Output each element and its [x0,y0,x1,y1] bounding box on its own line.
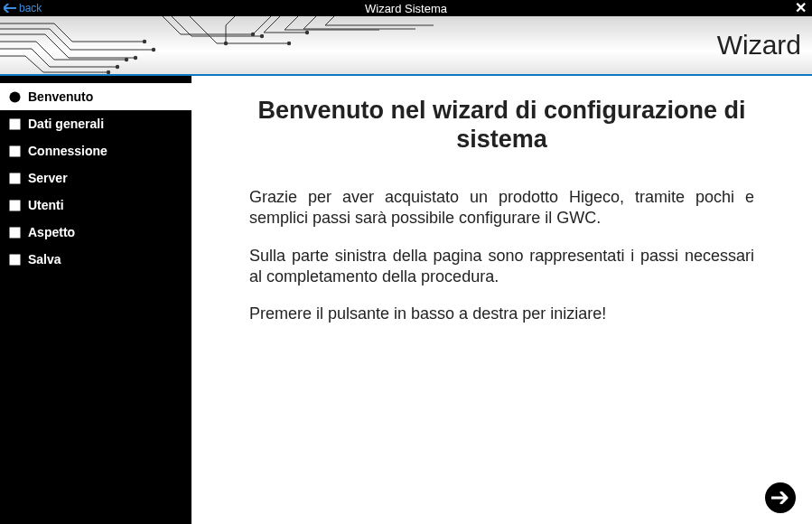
svg-rect-17 [10,254,21,265]
svg-point-11 [10,91,21,102]
circuit-decoration-icon [0,16,434,74]
svg-point-4 [116,65,119,69]
close-button[interactable]: ✕ [795,1,807,15]
svg-rect-15 [10,200,21,211]
close-icon: ✕ [795,0,807,15]
step-bullet-icon [9,227,21,239]
svg-rect-12 [10,118,21,129]
step-bullet-icon [9,200,21,211]
intro-paragraph-2: Sulla parte sinistra della pagina sono r… [249,246,754,288]
main-content: Benvenuto nel wizard di configurazione d… [191,76,812,524]
svg-point-8 [287,42,291,45]
sidebar-item-label: Aspetto [28,225,75,239]
step-bullet-icon [9,118,21,130]
sidebar-item-benvenuto[interactable]: Benvenuto [0,83,191,110]
svg-rect-13 [10,145,21,156]
sidebar-item-connessione[interactable]: Connessione [0,137,191,164]
sidebar-item-label: Dati generali [28,117,104,131]
banner: Wizard [0,16,812,74]
back-arrow-icon [4,4,16,13]
back-button[interactable]: back [4,2,42,14]
sidebar-item-label: Utenti [28,198,64,212]
sidebar-item-utenti[interactable]: Utenti [0,192,191,219]
sidebar-item-dati-generali[interactable]: Dati generali [0,110,191,137]
svg-point-1 [152,48,155,51]
page-heading: Benvenuto nel wizard di configurazione d… [228,96,776,154]
banner-title: Wizard [717,30,801,61]
intro-paragraph-1: Grazie per aver acquistato un prodotto H… [249,187,754,229]
step-bullet-icon [9,173,21,184]
next-button[interactable] [765,482,796,513]
intro-paragraph-3: Premere il pulsante in basso a destra pe… [249,304,754,324]
svg-point-7 [260,34,264,38]
svg-point-5 [107,70,110,74]
body: Benvenuto Dati generali Connessione Serv… [0,76,812,524]
svg-point-3 [125,58,128,61]
step-bullet-active-icon [9,91,21,103]
step-bullet-icon [9,254,21,266]
svg-point-2 [134,56,137,60]
svg-point-10 [224,42,228,45]
window-title: Wizard Sistema [365,2,447,15]
step-bullet-icon [9,145,21,157]
sidebar-item-salva[interactable]: Salva [0,246,191,273]
sidebar-item-label: Benvenuto [28,89,93,104]
svg-rect-16 [10,227,21,238]
svg-point-9 [305,31,309,34]
sidebar-item-label: Salva [28,252,61,267]
svg-rect-14 [10,173,21,183]
svg-point-0 [143,40,146,43]
sidebar-item-label: Connessione [28,144,107,158]
back-label: back [19,2,42,14]
sidebar-item-aspetto[interactable]: Aspetto [0,219,191,246]
titlebar: back Wizard Sistema ✕ [0,0,812,16]
sidebar-item-label: Server [28,171,68,185]
sidebar: Benvenuto Dati generali Connessione Serv… [0,76,191,524]
arrow-right-icon [771,491,789,504]
svg-point-6 [251,33,255,36]
sidebar-item-server[interactable]: Server [0,164,191,192]
